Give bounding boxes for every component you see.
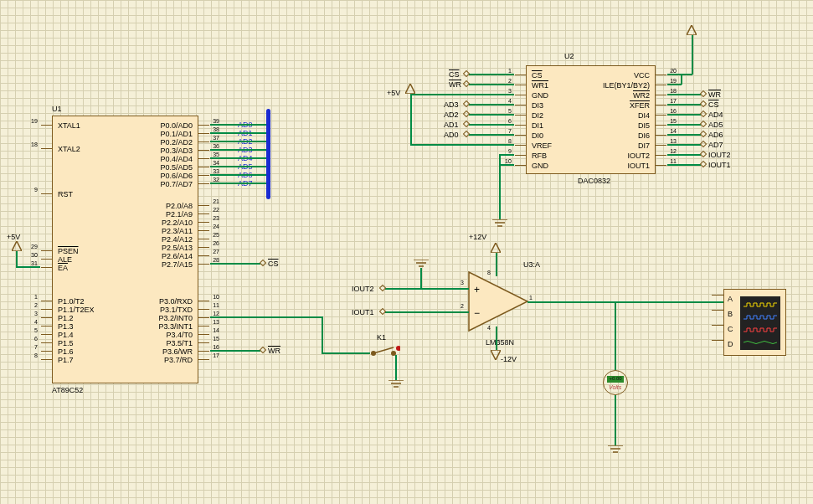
u1-rt-name-7: P0.7/AD7 [160, 180, 193, 188]
u1-rt-num-7: 32 [213, 177, 219, 183]
u2-ad4-net: AD4 [708, 111, 723, 119]
u1-rb-name-3: P3.3/INT1 [158, 322, 193, 331]
voltmeter[interactable]: +0.00 Volts [603, 370, 628, 395]
svg-text:+: + [474, 284, 480, 296]
u2-ad3-net: AD3 [444, 100, 459, 109]
u2-wr-term [463, 80, 470, 87]
u1-rm-name-2: P2.2/A10 [162, 219, 193, 227]
svg-marker-13 [491, 350, 501, 360]
u1-lpin-num-5: 31 [31, 260, 38, 266]
u2-lname-7: VREF [532, 141, 552, 150]
scope-pin-a [712, 295, 723, 296]
u1-lpin-num-7: 2 [34, 302, 38, 308]
u2-ad6-term [700, 131, 707, 137]
u3-pin-vp: 8 [487, 270, 491, 275]
schematic-canvas[interactable]: U1 19XTAL1 18XTAL2 9RST 29PSEN 30ALE 31E… [0, 0, 813, 504]
u2-lnum-3: 4 [508, 98, 512, 104]
u1-lpin-name-p11: P1.1/T2EX [58, 306, 95, 314]
power-arrow-1 [12, 241, 22, 251]
iout2-net-label: IOUT2 [352, 285, 374, 293]
u2-ad0-term [463, 131, 470, 137]
5v-to-ea-v [16, 251, 18, 266]
u3-pin-out: 1 [529, 295, 533, 301]
u2-wr-net: WR [449, 80, 461, 89]
u1-rt-name-4: P0.4/AD4 [160, 155, 193, 163]
svg-marker-2 [405, 84, 415, 94]
u1-lpin-num-8: 3 [34, 311, 38, 316]
u2-ile-h [667, 84, 682, 85]
iout2-term [379, 285, 386, 291]
u2-lname-3: DI3 [532, 101, 543, 110]
bus-stub-0 [210, 124, 266, 126]
u2-vcc-v [692, 35, 693, 75]
bus-stub-4 [210, 157, 266, 159]
u1-lpin-name-xtal2: XTAL2 [58, 145, 80, 153]
ground-volt [608, 445, 623, 454]
u1-chip[interactable]: 19XTAL1 18XTAL2 9RST 29PSEN 30ALE 31EA 1… [52, 116, 198, 383]
k1-button[interactable] [370, 343, 395, 357]
u2-iout2-stub [667, 154, 701, 156]
u1-lpin-name-p17: P1.7 [58, 356, 74, 364]
power-5v-label-1: +5V [7, 233, 20, 241]
u1-lpin-name-p16: P1.6 [58, 347, 74, 356]
u2-wr-stub [469, 84, 514, 85]
u1-lpin-name-xtal1: XTAL1 [58, 121, 80, 130]
u1-rb-num-4: 14 [213, 327, 219, 333]
u2-iout1-net: IOUT1 [708, 161, 731, 169]
u1-ref: U1 [52, 105, 62, 113]
power-5v-label-2: +5V [387, 89, 400, 97]
u1-wr-netlabel: WR [268, 347, 280, 355]
u2-ad0-stub [469, 134, 514, 136]
u2-gnd10-h [499, 164, 514, 166]
u2-lname-5: DI1 [532, 121, 543, 130]
u1-rb-name-1: P3.1/TXD [160, 306, 193, 314]
u3-pin-vm: 4 [487, 325, 491, 331]
u2-rnum-5: 15 [670, 118, 677, 124]
bus-stub-1 [210, 132, 266, 134]
u2-ad0-net: AD0 [444, 131, 459, 139]
svg-line-19 [373, 347, 394, 353]
k1-int0-v [322, 316, 323, 353]
u2-lname-2: GND [532, 91, 548, 100]
u2-iout2-term [700, 151, 707, 157]
power-12v-label: +12V [469, 233, 486, 241]
u1-rb-name-5: P3.5/T1 [166, 339, 193, 347]
scope-ch-a: A [728, 295, 733, 303]
u3-pin-plus: 3 [461, 280, 464, 285]
k1-gnd-v [395, 355, 397, 380]
u2-ad2-net: AD2 [444, 111, 459, 119]
u3-part: LM358N [486, 338, 514, 347]
scope-ch-c: C [728, 325, 733, 333]
u2-chip[interactable]: 1CS 2WR1 3GND 4DI3 5DI2 6DI1 7DI0 8VREF … [526, 65, 656, 174]
u1-rt-name-5: P0.5/AD5 [160, 163, 193, 172]
u2-rnum-2: 18 [670, 88, 677, 94]
u2-cs-term [463, 70, 470, 77]
power-arrow-12m [491, 350, 501, 360]
u2-cs-net: CS [449, 70, 460, 79]
u1-rm-name-0: P2.0/A8 [166, 202, 193, 210]
scope-pin-b [712, 310, 723, 311]
u2-ile-join [681, 74, 682, 85]
scope-screen [740, 296, 780, 350]
u2-ad3-term [463, 100, 470, 107]
u1-lpin-name-rst: RST [58, 190, 73, 198]
u2-lnum-1: 2 [508, 78, 512, 84]
u1-wr-stub [210, 350, 260, 352]
u2-ad5-stub [667, 124, 701, 126]
data-bus [266, 109, 270, 199]
iout1-net-label: IOUT1 [352, 308, 374, 316]
bus-stub-7 [210, 183, 266, 184]
power-arrow-2 [405, 84, 415, 94]
u2-lnum-7: 8 [508, 138, 512, 144]
u1-rb-name-2: P3.2/INT0 [158, 314, 193, 322]
u2-rnum-7: 13 [670, 138, 677, 144]
u1-rt-name-2: P0.2/AD2 [160, 138, 193, 147]
u1-rm-name-7: P2.7/A15 [162, 260, 193, 269]
u1-lpin-num-0: 19 [31, 118, 38, 124]
u1-lpin-name-p14: P1.4 [58, 331, 74, 339]
oscilloscope[interactable]: A B C D [723, 289, 786, 356]
power-m12v-label: -12V [501, 355, 517, 363]
u3-vm-v [496, 327, 497, 350]
u2-rname-4: DI4 [638, 111, 650, 120]
u1-rm-num-4: 25 [213, 232, 219, 238]
